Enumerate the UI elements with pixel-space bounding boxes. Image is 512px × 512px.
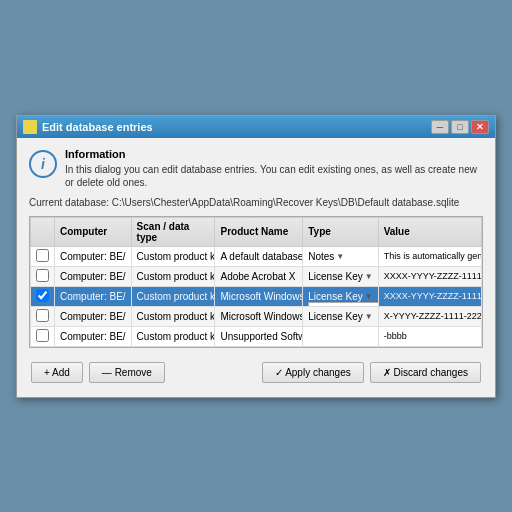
info-icon: i <box>29 150 57 178</box>
cell-type[interactable]: License Key ▼ <box>303 266 378 286</box>
table-row[interactable]: Computer: BE/Custom product keysAdobe Ac… <box>31 266 482 286</box>
cell-type[interactable] <box>303 326 378 346</box>
title-bar-controls: ─ □ ✕ <box>431 120 489 134</box>
cell-product: A default database <box>215 246 303 266</box>
maximize-button[interactable]: □ <box>451 120 469 134</box>
cell-computer: Computer: BE/ <box>55 266 132 286</box>
type-dropdown-wrapper[interactable]: License Key▼KeyLast nameLicenseLicense d… <box>308 291 372 302</box>
table-row[interactable]: Computer: BE/Custom product keysMicrosof… <box>31 286 482 306</box>
cell-type[interactable]: Notes ▼ <box>303 246 378 266</box>
cell-value: This is automatically generated default … <box>378 246 481 266</box>
db-path-label: Current database: <box>29 197 109 208</box>
main-window: Edit database entries ─ □ ✕ i Informatio… <box>16 115 496 398</box>
cell-value: X-YYYY-ZZZZ-1111-2222-3333 <box>378 306 481 326</box>
row-checkbox[interactable] <box>36 289 49 302</box>
col-scan-header: Scan / data type <box>131 217 215 246</box>
cell-scan: Custom product keys <box>131 306 215 326</box>
cell-computer: Computer: BE/ <box>55 326 132 346</box>
info-description: In this dialog you can edit database ent… <box>65 163 483 189</box>
row-checkbox[interactable] <box>36 329 49 342</box>
window-icon <box>23 120 37 134</box>
type-dropdown-menu: KeyLast nameLicenseLicense dateLicense e… <box>308 302 378 307</box>
add-button[interactable]: + Add <box>31 362 83 383</box>
table-body: Computer: BE/Custom product keysA defaul… <box>31 246 482 346</box>
cell-product: Microsoft Windows 10 <box>215 306 303 326</box>
col-check <box>31 217 55 246</box>
type-value: License Key <box>308 271 362 282</box>
type-cell-wrapper[interactable]: License Key ▼ <box>308 271 372 282</box>
table-row[interactable]: Computer: BE/Custom product keysMicrosof… <box>31 306 482 326</box>
info-box: i Information In this dialog you can edi… <box>29 148 483 189</box>
db-path: Current database: C:\Users\Chester\AppDa… <box>29 197 483 208</box>
cell-value: XXXX-YYYY-ZZZZ-1111-2222-3333 <box>378 266 481 286</box>
col-value-header: Value <box>378 217 481 246</box>
cell-computer: Computer: BE/ <box>55 246 132 266</box>
window-title: Edit database entries <box>42 121 153 133</box>
dialog-content: i Information In this dialog you can edi… <box>17 138 495 397</box>
table-row[interactable]: Computer: BE/Custom product keysA defaul… <box>31 246 482 266</box>
info-heading: Information <box>65 148 483 160</box>
remove-button[interactable]: — Remove <box>89 362 165 383</box>
apply-changes-button[interactable]: ✓ Apply changes <box>262 362 364 383</box>
cell-product: Microsoft Windows 10 <box>215 286 303 306</box>
table-header-row: Computer Scan / data type Product Name T… <box>31 217 482 246</box>
footer-right: ✓ Apply changes ✗ Discard changes <box>262 362 481 383</box>
cell-scan: Custom product keys <box>131 326 215 346</box>
row-checkbox[interactable] <box>36 249 49 262</box>
cell-value: -bbbb <box>378 326 481 346</box>
cell-value: XXXX-YYYY-ZZZZ-1111-2222-3333 <box>378 286 481 306</box>
minimize-button[interactable]: ─ <box>431 120 449 134</box>
col-product-header: Product Name <box>215 217 303 246</box>
close-button[interactable]: ✕ <box>471 120 489 134</box>
cell-product: Unsupported Software <box>215 326 303 346</box>
title-bar: Edit database entries ─ □ ✕ <box>17 116 495 138</box>
info-text: Information In this dialog you can edit … <box>65 148 483 189</box>
cell-scan: Custom product keys <box>131 286 215 306</box>
type-cell-wrapper[interactable]: License Key ▼ <box>308 311 372 322</box>
dropdown-arrow-icon[interactable]: ▼ <box>365 272 373 281</box>
type-value: Notes <box>308 251 334 262</box>
dropdown-arrow-icon[interactable]: ▼ <box>336 252 344 261</box>
type-cell-wrapper[interactable]: Notes ▼ <box>308 251 372 262</box>
dropdown-menu-item[interactable]: Key <box>309 303 378 307</box>
cell-type[interactable]: License Key▼KeyLast nameLicenseLicense d… <box>303 286 378 306</box>
row-checkbox[interactable] <box>36 309 49 322</box>
cell-product: Adobe Acrobat X <box>215 266 303 286</box>
footer-left: + Add — Remove <box>31 362 165 383</box>
title-bar-left: Edit database entries <box>23 120 153 134</box>
type-value: License Key <box>308 291 362 302</box>
cell-scan: Custom product keys <box>131 266 215 286</box>
table-row[interactable]: Computer: BE/Custom product keysUnsuppor… <box>31 326 482 346</box>
col-computer-header: Computer <box>55 217 132 246</box>
col-type-header: Type <box>303 217 378 246</box>
db-path-value: C:\Users\Chester\AppData\Roaming\Recover… <box>112 197 459 208</box>
type-value: License Key <box>308 311 362 322</box>
cell-computer: Computer: BE/ <box>55 306 132 326</box>
cell-scan: Custom product keys <box>131 246 215 266</box>
cell-type[interactable]: License Key ▼ <box>303 306 378 326</box>
footer-buttons: + Add — Remove ✓ Apply changes ✗ Discard… <box>29 356 483 387</box>
dropdown-arrow-icon[interactable]: ▼ <box>365 292 373 301</box>
discard-changes-button[interactable]: ✗ Discard changes <box>370 362 481 383</box>
data-table: Computer Scan / data type Product Name T… <box>30 217 482 347</box>
cell-computer: Computer: BE/ <box>55 286 132 306</box>
data-table-container: Computer Scan / data type Product Name T… <box>29 216 483 348</box>
dropdown-arrow-icon[interactable]: ▼ <box>365 312 373 321</box>
row-checkbox[interactable] <box>36 269 49 282</box>
